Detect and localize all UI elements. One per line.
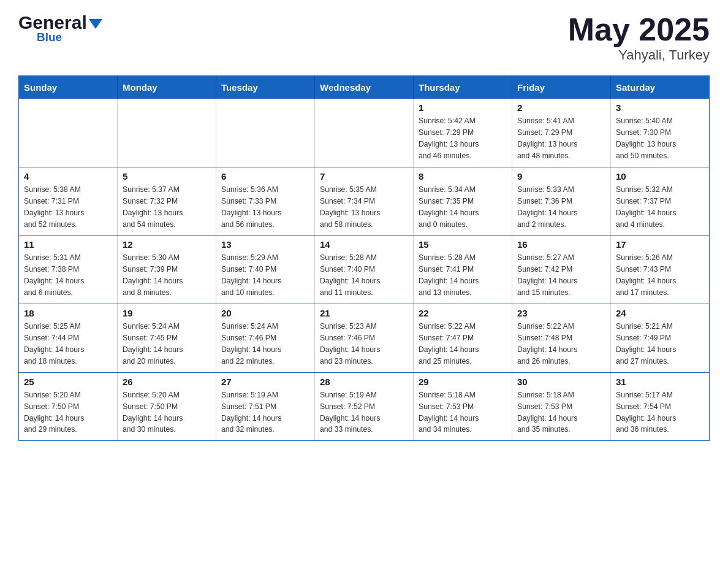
calendar-day-1: 1Sunrise: 5:42 AMSunset: 7:29 PMDaylight… (414, 99, 512, 167)
day-info-11: Sunrise: 5:31 AMSunset: 7:38 PMDaylight:… (24, 252, 112, 299)
day-number-29: 29 (419, 377, 507, 387)
calendar-weekday-friday: Friday (512, 76, 611, 99)
day-number-2: 2 (517, 102, 605, 113)
calendar-day-20: 20Sunrise: 5:24 AMSunset: 7:46 PMDayligh… (216, 304, 315, 373)
calendar-day-11: 11Sunrise: 5:31 AMSunset: 7:38 PMDayligh… (19, 236, 118, 304)
calendar-day-17: 17Sunrise: 5:26 AMSunset: 7:43 PMDayligh… (611, 236, 710, 304)
day-number-26: 26 (123, 377, 211, 387)
calendar-weekday-tuesday: Tuesday (216, 76, 315, 99)
day-info-22: Sunrise: 5:22 AMSunset: 7:47 PMDaylight:… (419, 321, 507, 367)
day-info-16: Sunrise: 5:27 AMSunset: 7:42 PMDaylight:… (517, 252, 605, 299)
calendar-empty-cell (216, 99, 315, 167)
calendar-day-10: 10Sunrise: 5:32 AMSunset: 7:37 PMDayligh… (611, 167, 710, 236)
day-info-26: Sunrise: 5:20 AMSunset: 7:50 PMDaylight:… (123, 389, 211, 436)
month-title: May 2025 (568, 12, 710, 47)
day-info-28: Sunrise: 5:19 AMSunset: 7:52 PMDaylight:… (320, 389, 408, 436)
day-number-21: 21 (320, 308, 408, 318)
day-info-1: Sunrise: 5:42 AMSunset: 7:29 PMDaylight:… (419, 115, 507, 162)
day-info-30: Sunrise: 5:18 AMSunset: 7:53 PMDaylight:… (517, 389, 605, 436)
day-info-14: Sunrise: 5:28 AMSunset: 7:40 PMDaylight:… (320, 252, 408, 299)
calendar-empty-cell (118, 99, 216, 167)
calendar-week-row-4: 18Sunrise: 5:25 AMSunset: 7:44 PMDayligh… (19, 304, 710, 373)
title-block: May 2025 Yahyali, Turkey (568, 12, 710, 63)
svg-marker-0 (89, 19, 102, 29)
day-info-25: Sunrise: 5:20 AMSunset: 7:50 PMDaylight:… (24, 389, 112, 436)
calendar-day-21: 21Sunrise: 5:23 AMSunset: 7:46 PMDayligh… (315, 304, 414, 373)
day-number-14: 14 (320, 239, 408, 250)
logo: General Blue (18, 12, 102, 44)
day-number-27: 27 (221, 377, 309, 387)
day-info-24: Sunrise: 5:21 AMSunset: 7:49 PMDaylight:… (616, 321, 704, 367)
day-number-9: 9 (517, 171, 605, 182)
day-info-6: Sunrise: 5:36 AMSunset: 7:33 PMDaylight:… (221, 184, 309, 231)
calendar-day-25: 25Sunrise: 5:20 AMSunset: 7:50 PMDayligh… (19, 372, 118, 441)
calendar-day-7: 7Sunrise: 5:35 AMSunset: 7:34 PMDaylight… (315, 167, 414, 236)
day-number-10: 10 (616, 171, 704, 182)
day-number-30: 30 (517, 377, 605, 387)
day-info-18: Sunrise: 5:25 AMSunset: 7:44 PMDaylight:… (24, 321, 112, 367)
page-header: General Blue May 2025 Yahyali, Turkey (18, 12, 710, 63)
day-info-2: Sunrise: 5:41 AMSunset: 7:29 PMDaylight:… (517, 115, 605, 162)
day-info-21: Sunrise: 5:23 AMSunset: 7:46 PMDaylight:… (320, 321, 408, 367)
day-number-4: 4 (24, 171, 112, 182)
day-number-19: 19 (123, 308, 211, 318)
logo-general-text: General (18, 12, 87, 33)
day-number-23: 23 (517, 308, 605, 318)
calendar-week-row-5: 25Sunrise: 5:20 AMSunset: 7:50 PMDayligh… (19, 372, 710, 441)
calendar-day-18: 18Sunrise: 5:25 AMSunset: 7:44 PMDayligh… (19, 304, 118, 373)
calendar-day-9: 9Sunrise: 5:33 AMSunset: 7:36 PMDaylight… (512, 167, 611, 236)
calendar-day-13: 13Sunrise: 5:29 AMSunset: 7:40 PMDayligh… (216, 236, 315, 304)
calendar-empty-cell (19, 99, 118, 167)
day-info-3: Sunrise: 5:40 AMSunset: 7:30 PMDaylight:… (616, 115, 704, 162)
day-number-15: 15 (419, 239, 507, 250)
calendar-weekday-thursday: Thursday (414, 76, 512, 99)
day-number-12: 12 (123, 239, 211, 250)
calendar-weekday-sunday: Sunday (19, 76, 118, 99)
day-info-19: Sunrise: 5:24 AMSunset: 7:45 PMDaylight:… (123, 321, 211, 367)
day-number-28: 28 (320, 377, 408, 387)
calendar-day-22: 22Sunrise: 5:22 AMSunset: 7:47 PMDayligh… (414, 304, 512, 373)
calendar-day-14: 14Sunrise: 5:28 AMSunset: 7:40 PMDayligh… (315, 236, 414, 304)
calendar-day-2: 2Sunrise: 5:41 AMSunset: 7:29 PMDaylight… (512, 99, 611, 167)
day-info-27: Sunrise: 5:19 AMSunset: 7:51 PMDaylight:… (221, 389, 309, 436)
day-number-8: 8 (419, 171, 507, 182)
calendar-day-15: 15Sunrise: 5:28 AMSunset: 7:41 PMDayligh… (414, 236, 512, 304)
day-info-9: Sunrise: 5:33 AMSunset: 7:36 PMDaylight:… (517, 184, 605, 231)
calendar-day-31: 31Sunrise: 5:17 AMSunset: 7:54 PMDayligh… (611, 372, 710, 441)
day-info-29: Sunrise: 5:18 AMSunset: 7:53 PMDaylight:… (419, 389, 507, 436)
day-info-23: Sunrise: 5:22 AMSunset: 7:48 PMDaylight:… (517, 321, 605, 367)
day-number-11: 11 (24, 239, 112, 250)
day-info-5: Sunrise: 5:37 AMSunset: 7:32 PMDaylight:… (123, 184, 211, 231)
day-number-6: 6 (221, 171, 309, 182)
calendar-day-26: 26Sunrise: 5:20 AMSunset: 7:50 PMDayligh… (118, 372, 216, 441)
day-info-20: Sunrise: 5:24 AMSunset: 7:46 PMDaylight:… (221, 321, 309, 367)
day-number-5: 5 (123, 171, 211, 182)
day-info-17: Sunrise: 5:26 AMSunset: 7:43 PMDaylight:… (616, 252, 704, 299)
calendar-week-row-3: 11Sunrise: 5:31 AMSunset: 7:38 PMDayligh… (19, 236, 710, 304)
calendar-day-16: 16Sunrise: 5:27 AMSunset: 7:42 PMDayligh… (512, 236, 611, 304)
calendar-table: SundayMondayTuesdayWednesdayThursdayFrid… (18, 75, 710, 441)
calendar-day-30: 30Sunrise: 5:18 AMSunset: 7:53 PMDayligh… (512, 372, 611, 441)
day-number-22: 22 (419, 308, 507, 318)
day-info-8: Sunrise: 5:34 AMSunset: 7:35 PMDaylight:… (419, 184, 507, 231)
calendar-day-12: 12Sunrise: 5:30 AMSunset: 7:39 PMDayligh… (118, 236, 216, 304)
day-number-25: 25 (24, 377, 112, 387)
day-info-7: Sunrise: 5:35 AMSunset: 7:34 PMDaylight:… (320, 184, 408, 231)
day-number-3: 3 (616, 102, 704, 113)
day-number-7: 7 (320, 171, 408, 182)
calendar-weekday-wednesday: Wednesday (315, 76, 414, 99)
day-info-15: Sunrise: 5:28 AMSunset: 7:41 PMDaylight:… (419, 252, 507, 299)
location: Yahyali, Turkey (568, 47, 710, 63)
calendar-weekday-saturday: Saturday (611, 76, 710, 99)
day-number-20: 20 (221, 308, 309, 318)
day-info-10: Sunrise: 5:32 AMSunset: 7:37 PMDaylight:… (616, 184, 704, 231)
calendar-day-23: 23Sunrise: 5:22 AMSunset: 7:48 PMDayligh… (512, 304, 611, 373)
day-info-4: Sunrise: 5:38 AMSunset: 7:31 PMDaylight:… (24, 184, 112, 231)
calendar-day-3: 3Sunrise: 5:40 AMSunset: 7:30 PMDaylight… (611, 99, 710, 167)
day-number-1: 1 (419, 102, 507, 113)
calendar-day-6: 6Sunrise: 5:36 AMSunset: 7:33 PMDaylight… (216, 167, 315, 236)
calendar-day-28: 28Sunrise: 5:19 AMSunset: 7:52 PMDayligh… (315, 372, 414, 441)
calendar-weekday-monday: Monday (118, 76, 216, 99)
logo-blue-text: Blue (37, 31, 62, 44)
calendar-day-19: 19Sunrise: 5:24 AMSunset: 7:45 PMDayligh… (118, 304, 216, 373)
